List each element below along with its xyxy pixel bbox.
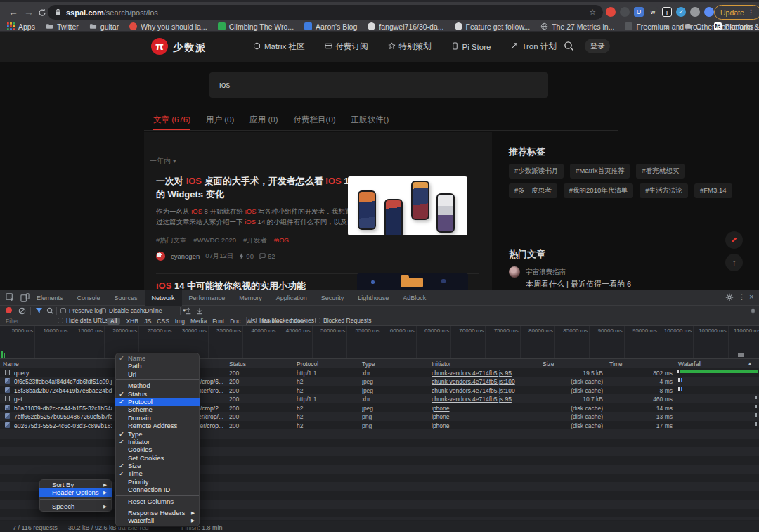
table-row[interactable]: e02675d3-5552-4c6c-03d3-c899b18117b0.pnn… xyxy=(0,421,759,430)
bookmark-item[interactable]: Apps xyxy=(7,22,35,31)
menu-item-set-cookies[interactable]: Set Cookies xyxy=(115,454,200,462)
extension-shield-icon[interactable]: U xyxy=(634,7,644,17)
menu-item-method[interactable]: Method xyxy=(115,382,200,389)
menu-item-waterfall[interactable]: Waterfall▶ xyxy=(115,517,200,524)
menu-item-path[interactable]: Path xyxy=(115,362,200,370)
article-tag[interactable]: #开发者 xyxy=(243,236,267,245)
hot-author-avatar[interactable] xyxy=(509,266,520,278)
site-brand[interactable]: 少数派 xyxy=(173,41,207,54)
menu-item-response-headers[interactable]: Response Headers▶ xyxy=(115,509,200,517)
bookmark-item[interactable]: fangwei716/30-da... xyxy=(368,22,443,31)
has-blocked-cookies-checkbox[interactable]: Has blocked cookies xyxy=(251,317,314,324)
filter-type-font[interactable]: Font xyxy=(212,318,224,325)
address-bar[interactable]: sspai.com/search/post/ios ☆ xyxy=(48,5,603,20)
extension-pin-icon[interactable] xyxy=(690,7,700,17)
record-icon[interactable] xyxy=(6,307,12,313)
extension-red-icon[interactable] xyxy=(606,7,616,17)
devtools-tab-lighthouse[interactable]: Lighthouse xyxy=(351,290,396,306)
search-tab[interactable]: 用户 (0) xyxy=(206,115,234,131)
menu-item-remote-address[interactable]: Remote Address xyxy=(115,422,200,429)
table-row[interactable]: 0f6c523ffcbe4af84d4c7db6fdf51c09.jpg?ima… xyxy=(0,377,759,387)
column-header-type[interactable]: Type xyxy=(362,361,375,368)
site-search-input[interactable] xyxy=(209,72,548,98)
recommended-tag[interactable]: #少数派读书月 xyxy=(509,164,564,179)
bookmark-item[interactable]: Twitter xyxy=(46,22,79,31)
table-header[interactable]: ▲ NameStatusProtocolTypeInitiatorSizeTim… xyxy=(0,359,759,368)
article-thumbnail[interactable] xyxy=(348,176,467,235)
export-har-icon[interactable] xyxy=(196,307,203,315)
menu-item-sort-by[interactable]: Sort By▶ xyxy=(39,481,112,488)
other-bookmarks-folder[interactable]: Other Bookmarks xyxy=(685,22,753,31)
filter-icon[interactable] xyxy=(35,307,43,314)
column-header-waterfall[interactable]: Waterfall xyxy=(678,361,701,368)
extension-profile-icon[interactable] xyxy=(704,7,714,17)
menu-item-initiator[interactable]: ✓Initiator xyxy=(115,438,200,446)
menu-item-name[interactable]: ✓Name xyxy=(115,354,200,362)
update-button[interactable]: Update⋮ xyxy=(714,5,759,20)
column-header-time[interactable]: Time xyxy=(609,361,623,368)
column-header-status[interactable]: Status xyxy=(229,361,246,368)
devtools-tab-security[interactable]: Security xyxy=(314,290,351,306)
filter-type-xhr[interactable]: XHR xyxy=(126,318,138,325)
column-header-name[interactable]: Name xyxy=(3,361,19,368)
menu-item-priority[interactable]: Priority xyxy=(115,478,200,486)
table-row[interactable]: 7bff662cb5257b09594867260cf5b7fd.png?imt… xyxy=(0,413,759,422)
extension-paw-icon[interactable] xyxy=(620,7,630,17)
bookmark-item[interactable]: Climbing The Wro... xyxy=(218,22,294,31)
site-search-icon[interactable] xyxy=(564,41,574,54)
article-tag[interactable]: #WWDC 2020 xyxy=(193,236,236,245)
article-tag[interactable]: #热门文章 xyxy=(156,236,186,245)
forward-icon[interactable]: → xyxy=(24,6,34,18)
article-title[interactable]: iOS 14 中可能被你忽视的实用小功能 xyxy=(156,280,354,290)
table-row[interactable]: get200http/1.1xhrchunk-vendors.4e714fb5.… xyxy=(0,395,759,404)
bookmark-item[interactable]: Feature get follow... xyxy=(455,22,531,31)
devtools-close-icon[interactable]: × xyxy=(749,292,753,301)
menu-item-speech[interactable]: Speech▶ xyxy=(39,502,112,510)
disable-cache-checkbox[interactable]: Disable cache xyxy=(100,307,146,314)
network-overview-timeline[interactable]: 5000 ms10000 ms15000 ms20000 ms25000 ms3… xyxy=(0,326,759,359)
column-header-size[interactable]: Size xyxy=(543,361,554,368)
devtools-tab-memory[interactable]: Memory xyxy=(232,290,269,306)
nav-item-Matrix-社区[interactable]: Matrix 社区 xyxy=(253,41,305,52)
menu-item-cookies[interactable]: Cookies xyxy=(115,446,200,453)
reload-icon[interactable] xyxy=(38,8,46,19)
cell-c-init[interactable]: chunk-vendors.4e714fb5.js:100 xyxy=(432,387,536,394)
extension-teal-icon[interactable]: ✓ xyxy=(676,7,686,17)
time-filter-dropdown[interactable]: 一年内 ▾ xyxy=(150,156,176,166)
devtools-tab-console[interactable]: Console xyxy=(70,290,108,306)
devtools-settings-icon[interactable] xyxy=(725,293,734,303)
menu-item-protocol[interactable]: ✓Protocol xyxy=(115,398,200,406)
filter-type-media[interactable]: Media xyxy=(190,318,207,325)
article-thumbnail[interactable] xyxy=(357,273,468,290)
bookmark-item[interactable]: Aaron's Blog xyxy=(304,22,357,31)
devtools-tab-adblock[interactable]: AdBlock xyxy=(396,290,433,306)
menu-item-type[interactable]: ✓Type xyxy=(115,430,200,438)
devtools-tab-performance[interactable]: Performance xyxy=(182,290,233,306)
menu-item-domain[interactable]: Domain xyxy=(115,414,200,422)
preserve-log-checkbox[interactable]: Preserve log xyxy=(60,307,103,314)
bookmark-item[interactable]: The 27 Metrics in... xyxy=(540,22,614,31)
menu-item-size[interactable]: ✓Size xyxy=(115,462,200,469)
devtools-tab-application[interactable]: Application xyxy=(269,290,314,306)
cell-c-init[interactable]: iphone xyxy=(432,405,536,412)
inspect-element-icon[interactable] xyxy=(6,293,15,304)
network-settings-icon[interactable] xyxy=(749,307,757,315)
search-icon[interactable] xyxy=(46,307,54,315)
bookmark-item[interactable]: Why you should la... xyxy=(129,22,207,31)
menu-item-scheme[interactable]: Scheme xyxy=(115,406,200,413)
bookmark-star-icon[interactable]: ☆ xyxy=(589,8,596,17)
filter-type-js[interactable]: JS xyxy=(144,318,151,325)
login-button[interactable]: 登录 xyxy=(585,39,610,53)
devtools-tab-elements[interactable]: Elements xyxy=(30,290,70,306)
cell-c-init[interactable]: iphone xyxy=(432,422,536,429)
write-article-fab[interactable] xyxy=(725,231,743,249)
menu-item-status[interactable]: ✓Status xyxy=(115,390,200,398)
menu-item-reset-columns[interactable]: Reset Columns xyxy=(115,498,200,505)
cell-c-init[interactable]: chunk-vendors.4e714fb5.js:95 xyxy=(432,370,536,377)
filter-type-css[interactable]: CSS xyxy=(157,318,169,325)
column-header-initiator[interactable]: Initiator xyxy=(432,361,451,368)
sspai-logo[interactable]: π xyxy=(151,38,168,55)
column-header-protocol[interactable]: Protocol xyxy=(297,361,318,368)
like-count[interactable]: 90 xyxy=(239,252,254,260)
nav-item-Tron-计划[interactable]: Tron 计划 xyxy=(510,41,556,52)
